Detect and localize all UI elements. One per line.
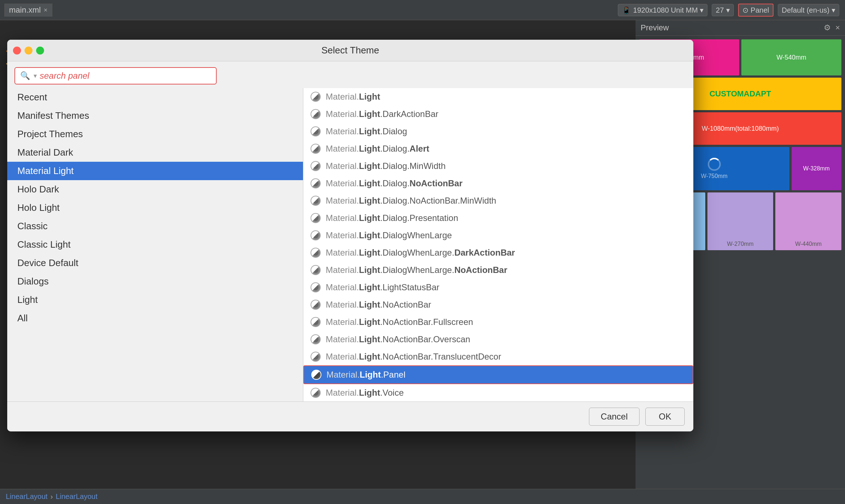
theme-text-1: Material.Light.DarkActionBar [326, 109, 438, 119]
tab-bar: main.xml × [4, 0, 52, 20]
zoom-dropdown-icon: ▾ [726, 6, 730, 14]
theme-text-5: Material.Light.Dialog.NoActionBar [326, 178, 463, 188]
theme-item-10[interactable]: Material.Light.DialogWhenLarge.NoActionB… [303, 261, 693, 279]
theme-text-2: Material.Light.Dialog [326, 126, 407, 136]
left-item-all[interactable]: All [7, 309, 303, 327]
panel-icon: ⊙ [742, 6, 749, 14]
theme-icon-15 [311, 352, 321, 362]
theme-item-11[interactable]: Material.Light.LightStatusBar [303, 279, 693, 296]
device-selector[interactable]: 📱 1920x1080 Unit MM ▾ [618, 4, 707, 16]
preview-header: Preview ⚙ × [636, 20, 845, 36]
theme-text-voice: Material.Light.Voice [326, 388, 404, 398]
dropdown-arrow-icon: ▾ [700, 6, 703, 14]
preview-cell-r4c2: W-328mm [792, 147, 842, 190]
ok-button[interactable]: OK [645, 408, 685, 426]
left-item-holo-dark[interactable]: Holo Dark [7, 180, 303, 199]
theme-icon-0 [311, 92, 321, 102]
theme-text-panel: Material.Light.Panel [326, 370, 406, 380]
theme-item-14[interactable]: Material.Light.NoActionBar.Overscan [303, 331, 693, 348]
theme-item-voice[interactable]: Material.Light.Voice [303, 384, 693, 401]
loading-spinner [708, 158, 721, 171]
left-item-material-light[interactable]: Material Light [7, 162, 303, 180]
breadcrumb: LinearLayout › LinearLayout [6, 492, 98, 501]
theme-item-3[interactable]: Material.Light.Dialog.Alert [303, 140, 693, 157]
preview-cell-r1c2: W-540mm [741, 39, 841, 75]
cancel-button[interactable]: Cancel [589, 408, 640, 426]
left-item-project[interactable]: Project Themes [7, 125, 303, 143]
preview-title: Preview [641, 23, 819, 32]
status-bar: LinearLayout › LinearLayout [0, 489, 845, 504]
theme-icon-12 [311, 300, 321, 310]
theme-item-7[interactable]: Material.Light.Dialog.Presentation [303, 209, 693, 227]
device-label: 1920x1080 Unit MM [633, 6, 698, 14]
theme-item-2[interactable]: Material.Light.Dialog [303, 123, 693, 140]
left-item-recent[interactable]: Recent [7, 88, 303, 107]
search-wrapper: 🔍 ▾ search panel [7, 61, 693, 88]
search-bar[interactable]: 🔍 ▾ search panel [14, 67, 217, 84]
theme-text-6: Material.Light.Dialog.NoActionBar.MinWid… [326, 196, 496, 206]
theme-icon-panel [311, 370, 321, 380]
theme-item-8[interactable]: Material.Light.DialogWhenLarge [303, 227, 693, 244]
theme-text-0: Material.Light [326, 92, 380, 102]
right-panel: Material.Light Material.Light.DarkAction… [303, 88, 693, 401]
left-item-material-dark[interactable]: Material Dark [7, 143, 303, 162]
theme-item-0[interactable]: Material.Light [303, 88, 693, 105]
panel-button[interactable]: ⊙ Panel [738, 4, 774, 17]
left-item-holo-light[interactable]: Holo Light [7, 199, 303, 217]
search-dropdown-icon: ▾ [34, 72, 37, 80]
theme-icon-4 [311, 161, 321, 171]
breadcrumb-separator: › [51, 492, 53, 501]
left-item-classic-light[interactable]: Classic Light [7, 235, 303, 254]
locale-label: Default (en-us) [782, 6, 829, 14]
minimize-button-traffic[interactable] [25, 47, 32, 55]
theme-item-12[interactable]: Material.Light.NoActionBar [303, 296, 693, 313]
left-panel: Recent Manifest Themes Project Themes Ma… [7, 88, 303, 401]
zoom-label[interactable]: 27 ▾ [712, 4, 733, 16]
left-item-light[interactable]: Light [7, 291, 303, 309]
theme-text-11: Material.Light.LightStatusBar [326, 282, 439, 292]
left-item-dialogs[interactable]: Dialogs [7, 272, 303, 291]
theme-item-5[interactable]: Material.Light.Dialog.NoActionBar [303, 175, 693, 192]
theme-item-1[interactable]: Material.Light.DarkActionBar [303, 105, 693, 123]
theme-item-9[interactable]: Material.Light.DialogWhenLarge.DarkActio… [303, 244, 693, 261]
theme-text-4: Material.Light.Dialog.MinWidth [326, 161, 446, 171]
theme-item-panel[interactable]: Material.Light.Panel [303, 365, 693, 384]
search-icon: 🔍 [20, 71, 30, 81]
preview-close-icon[interactable]: × [835, 23, 840, 32]
search-input[interactable]: search panel [40, 71, 89, 81]
right-toolbar: 📱 1920x1080 Unit MM ▾ 27 ▾ ⊙ Panel Defau… [612, 0, 845, 20]
theme-icon-voice [311, 388, 321, 398]
theme-icon-8 [311, 230, 321, 240]
maximize-button-traffic[interactable] [36, 47, 44, 55]
close-button-traffic[interactable] [13, 47, 21, 55]
left-item-device-default[interactable]: Device Default [7, 254, 303, 272]
theme-text-14: Material.Light.NoActionBar.Overscan [326, 334, 470, 344]
theme-text-3: Material.Light.Dialog.Alert [326, 144, 429, 154]
breadcrumb-item-1[interactable]: LinearLayout [6, 492, 48, 501]
dialog-footer: Cancel OK [7, 401, 693, 431]
breadcrumb-item-2[interactable]: LinearLayout [56, 492, 98, 501]
preview-gear-icon[interactable]: ⚙ [824, 23, 831, 32]
theme-text-12: Material.Light.NoActionBar [326, 300, 431, 310]
theme-icon-9 [311, 248, 321, 258]
default-locale-btn[interactable]: Default (en-us) ▾ [778, 4, 839, 16]
theme-icon-2 [311, 126, 321, 136]
theme-icon-1 [311, 109, 321, 119]
theme-icon-6 [311, 196, 321, 206]
left-item-manifest[interactable]: Manifest Themes [7, 107, 303, 125]
theme-text-13: Material.Light.NoActionBar.Fullscreen [326, 317, 473, 327]
left-item-classic[interactable]: Classic [7, 217, 303, 235]
theme-text-8: Material.Light.DialogWhenLarge [326, 230, 452, 240]
tab-close-icon[interactable]: × [44, 6, 48, 14]
main-xml-tab[interactable]: main.xml × [4, 4, 52, 17]
phone-icon: 📱 [622, 6, 631, 14]
panel-label: Panel [751, 6, 769, 14]
theme-icon-10 [311, 265, 321, 275]
theme-text-9: Material.Light.DialogWhenLarge.DarkActio… [326, 248, 515, 258]
theme-item-15[interactable]: Material.Light.NoActionBar.TranslucentDe… [303, 348, 693, 365]
theme-item-4[interactable]: Material.Light.Dialog.MinWidth [303, 157, 693, 175]
theme-item-6[interactable]: Material.Light.Dialog.NoActionBar.MinWid… [303, 192, 693, 209]
theme-item-13[interactable]: Material.Light.NoActionBar.Fullscreen [303, 313, 693, 331]
tab-label: main.xml [9, 5, 41, 15]
preview-cell-r5c2: W-270mm [707, 192, 774, 250]
